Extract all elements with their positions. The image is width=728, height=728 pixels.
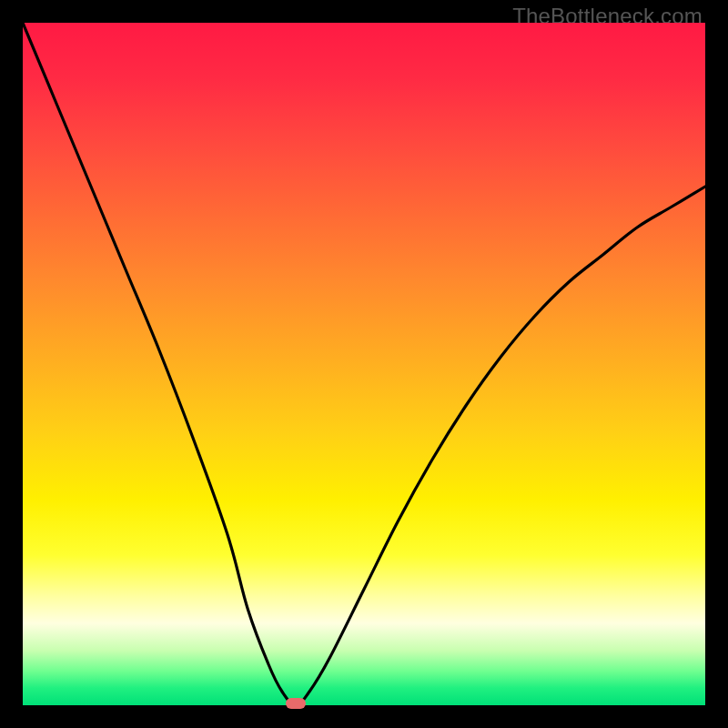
curve-path (23, 23, 705, 705)
plot-area (23, 23, 705, 705)
bottleneck-curve (23, 23, 705, 705)
optimum-marker (286, 698, 306, 709)
chart-frame: TheBottleneck.com (0, 0, 728, 728)
